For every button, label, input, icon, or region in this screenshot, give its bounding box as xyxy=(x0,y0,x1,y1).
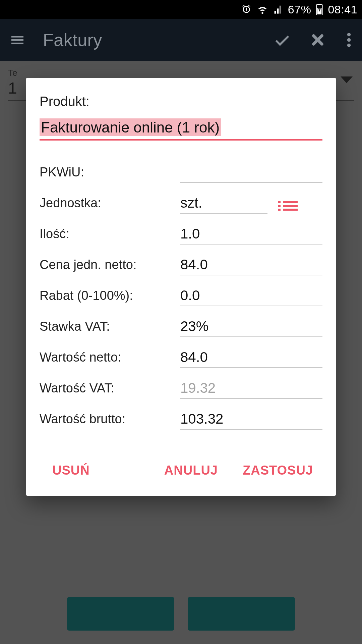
svg-point-3 xyxy=(347,33,351,36)
clock: 08:41 xyxy=(328,3,357,16)
battery-charging-icon xyxy=(316,4,323,15)
delete-button[interactable]: USUŃ xyxy=(46,459,97,482)
product-name-value[interactable]: Fakturowanie online (1 rok) xyxy=(40,118,221,136)
unit-picker-icon[interactable] xyxy=(283,200,298,212)
dialog-actions: USUŃ ANULUJ ZASTOSUJ xyxy=(40,452,322,488)
app-bar-title: Faktury xyxy=(43,30,102,50)
unit-label: Jednostka: xyxy=(40,196,180,214)
unit-price-label: Cena jedn. netto: xyxy=(40,258,180,275)
quantity-label: Ilość: xyxy=(40,227,180,245)
product-dialog: Produkt: Fakturowanie online (1 rok) PKW… xyxy=(26,78,336,496)
signal-icon xyxy=(273,4,283,14)
discount-label: Rabat (0-100%): xyxy=(40,288,180,306)
product-name-field[interactable]: Fakturowanie online (1 rok) xyxy=(40,118,322,141)
unit-price-input[interactable]: 84.0 xyxy=(180,257,322,275)
net-value-label: Wartość netto: xyxy=(40,350,180,368)
svg-rect-1 xyxy=(318,4,321,5)
pkwiu-label: PKWiU: xyxy=(40,165,180,183)
status-bar: 67% 08:41 xyxy=(0,0,362,19)
discount-input[interactable]: 0.0 xyxy=(180,287,322,306)
vat-value-display: 19.32 xyxy=(180,380,322,399)
pkwiu-input[interactable] xyxy=(180,165,322,183)
vat-rate-label: Stawka VAT: xyxy=(40,319,180,337)
cancel-button[interactable]: ANULUJ xyxy=(158,459,225,482)
confirm-icon[interactable] xyxy=(272,31,292,49)
overflow-menu-icon[interactable] xyxy=(343,32,355,48)
quantity-input[interactable]: 1.0 xyxy=(180,226,322,245)
app-bar: Faktury xyxy=(0,19,362,61)
vat-rate-input[interactable]: 23% xyxy=(180,318,322,337)
dialog-title: Produkt: xyxy=(40,94,322,109)
close-icon[interactable] xyxy=(308,32,328,48)
net-value-input[interactable]: 84.0 xyxy=(180,349,322,368)
vat-value-label: Wartość VAT: xyxy=(40,381,180,399)
gross-value-input[interactable]: 103.32 xyxy=(180,411,322,430)
battery-percentage: 67% xyxy=(288,3,311,16)
svg-point-5 xyxy=(347,44,351,47)
gross-value-label: Wartość brutto: xyxy=(40,412,180,430)
wifi-icon xyxy=(256,4,268,15)
unit-input[interactable]: szt. xyxy=(180,195,267,214)
svg-point-4 xyxy=(347,38,351,42)
alarm-icon xyxy=(241,4,252,15)
apply-button[interactable]: ZASTOSUJ xyxy=(236,459,320,482)
hamburger-menu-icon[interactable] xyxy=(7,32,27,48)
